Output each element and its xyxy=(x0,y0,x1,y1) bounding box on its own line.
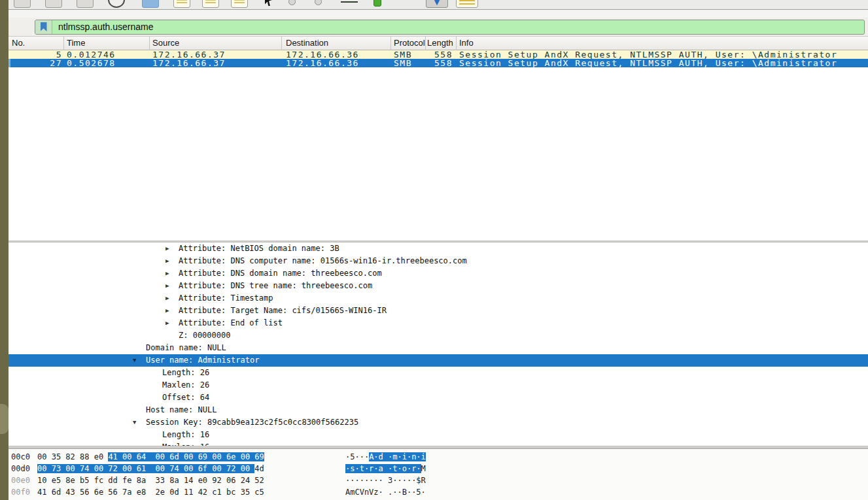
column-header-no[interactable]: No. xyxy=(12,38,25,48)
column-separator[interactable] xyxy=(425,37,426,50)
packet-details-pane: ▶Attribute: NetBIOS domain name: 3B▶Attr… xyxy=(9,242,868,446)
detail-tree-row[interactable]: Length: 16 xyxy=(9,429,868,441)
hex-bytes[interactable]: 00 35 82 88 e0 41 00 64 00 6d 00 69 00 6… xyxy=(37,451,264,463)
detail-tree-row[interactable]: ▶Attribute: Timestamp xyxy=(9,292,868,305)
detail-tree-row[interactable]: ▶Attribute: NetBIOS domain name: 3B xyxy=(9,242,868,255)
packet-details-icon[interactable] xyxy=(202,0,219,8)
detail-tree-row[interactable]: ▼Session Key: 89cabb9ea123c2f5c0cc8300f5… xyxy=(9,416,868,429)
go-forward-icon[interactable] xyxy=(315,0,322,5)
column-header-info[interactable]: Info xyxy=(459,38,474,48)
filter-bookmark-button[interactable] xyxy=(35,20,52,34)
dock-handle[interactable] xyxy=(0,404,9,434)
colorize-icon[interactable] xyxy=(456,0,478,8)
auto-scroll-icon[interactable]: ▼ xyxy=(426,0,448,8)
pointer-icon[interactable] xyxy=(260,0,277,8)
hex-row[interactable]: 00f041 6d 43 56 6e 56 7a e8 2e 0d 11 42 … xyxy=(9,486,868,498)
detail-tree-label: Z: 00000000 xyxy=(179,329,230,342)
hex-ascii[interactable]: ·s·t·r·a ·t·o·r·M xyxy=(345,463,426,475)
packet-list-icon[interactable] xyxy=(173,0,190,8)
detail-tree-label: Attribute: DNS tree name: threebeesco.co… xyxy=(179,280,372,292)
column-header-time[interactable]: Time xyxy=(67,38,85,48)
collapsed-arrow-icon[interactable]: ▶ xyxy=(165,317,169,329)
column-separator[interactable] xyxy=(391,37,391,50)
collapsed-arrow-icon[interactable]: ▶ xyxy=(165,305,169,317)
collapsed-arrow-icon[interactable]: ▶ xyxy=(165,255,169,267)
hex-row[interactable]: 00c000 35 82 88 e0 41 00 64 00 6d 00 69 … xyxy=(9,451,868,463)
detail-tree-label: Attribute: DNS computer name: 01566s-win… xyxy=(179,255,467,267)
column-separator[interactable] xyxy=(149,37,150,50)
column-separator[interactable] xyxy=(63,37,64,50)
detail-tree-label: Length: 26 xyxy=(162,367,209,379)
detail-tree-row[interactable]: ▶Attribute: DNS computer name: 01566s-wi… xyxy=(9,255,868,267)
go-to-top-icon[interactable] xyxy=(398,0,415,8)
detail-tree-row[interactable]: Offset: 64 xyxy=(9,392,868,404)
column-header-length[interactable]: Length xyxy=(427,38,455,48)
hex-row[interactable]: 00d000 73 00 74 00 72 00 61 00 74 00 6f … xyxy=(9,463,868,475)
packet-cell: 27 xyxy=(9,59,62,67)
go-to-packet-icon[interactable] xyxy=(341,0,358,8)
packet-list-pane: No.TimeSourceDestinationProtocolLengthIn… xyxy=(9,37,868,241)
column-header-source[interactable]: Source xyxy=(152,38,179,48)
hex-offset: 00c0 xyxy=(11,451,30,463)
packet-cell: 558 xyxy=(401,59,453,67)
detail-tree-row[interactable]: ▼User name: Administrator xyxy=(9,354,868,367)
column-header-destination[interactable]: Destination xyxy=(286,38,328,48)
expanded-arrow-icon[interactable]: ▼ xyxy=(133,354,136,367)
detail-tree-row[interactable]: ▶Attribute: End of list xyxy=(9,317,868,329)
display-filter-input[interactable]: ntlmssp.auth.username xyxy=(35,20,865,35)
detail-tree-row[interactable]: ▶Attribute: Target Name: cifs/01566S-WIN… xyxy=(9,305,868,317)
packet-bytes-pane: 00c000 35 82 88 e0 41 00 64 00 6d 00 69 … xyxy=(9,448,868,500)
collapsed-arrow-icon[interactable]: ▶ xyxy=(165,280,169,292)
packet-cell: 172.16.66.37 xyxy=(152,59,226,67)
save-capture-icon[interactable] xyxy=(45,0,62,8)
detail-tree-row[interactable]: ▶Attribute: DNS tree name: threebeesco.c… xyxy=(9,280,868,292)
toolbar-lower-strip xyxy=(9,10,868,18)
packet-cell: 0.502678 xyxy=(67,59,116,67)
display-filter-value[interactable]: ntlmssp.auth.username xyxy=(58,22,154,32)
hex-ascii[interactable]: AmCVnVz· .··B··5· xyxy=(345,486,426,498)
detail-tree-label: Session Key: 89cabb9ea123c2f5c0cc8300f56… xyxy=(146,416,358,429)
hex-bytes[interactable]: 41 6d 43 56 6e 56 7a e8 2e 0d 11 42 c1 b… xyxy=(37,486,264,498)
packet-list-header: No.TimeSourceDestinationProtocolLengthIn… xyxy=(9,37,868,50)
marker-icon[interactable] xyxy=(373,0,381,7)
detail-tree-row[interactable]: Domain name: NULL xyxy=(9,342,868,354)
go-back-icon[interactable] xyxy=(288,0,296,5)
column-separator[interactable] xyxy=(281,37,282,50)
packet-row[interactable]: 270.502678172.16.66.37172.16.66.36SMB558… xyxy=(9,59,868,67)
detail-tree-label: Attribute: End of list xyxy=(179,317,283,329)
hex-bytes[interactable]: 00 73 00 74 00 72 00 61 00 74 00 6f 00 7… xyxy=(37,463,264,475)
detail-tree-label: Attribute: Timestamp xyxy=(179,292,273,305)
hex-offset: 00f0 xyxy=(11,486,30,498)
detail-tree-row[interactable]: Host name: NULL xyxy=(9,404,868,416)
reload-capture-icon[interactable] xyxy=(108,0,125,8)
column-separator[interactable] xyxy=(456,37,457,50)
toolbar: ▼ xyxy=(9,0,868,10)
desktop-edge-strip xyxy=(0,0,9,500)
find-packet-icon[interactable] xyxy=(142,0,159,8)
hex-bytes[interactable]: 10 e5 8e b5 fc dd fe 8a 33 8a 14 e0 92 0… xyxy=(37,475,264,486)
hex-offset: 00e0 xyxy=(11,475,30,486)
detail-tree-row[interactable]: Maxlen: 16 xyxy=(9,441,868,446)
hex-ascii[interactable]: ·5···A·d ·m·i·n·i xyxy=(345,451,426,463)
collapsed-arrow-icon[interactable]: ▶ xyxy=(165,292,169,305)
detail-tree-row[interactable]: Z: 00000000 xyxy=(9,329,868,342)
hex-ascii[interactable]: ········ 3·····$R xyxy=(345,475,426,486)
wireshark-window: ▼ ntlmssp.auth.username No.TimeSourceDes… xyxy=(9,0,868,500)
collapsed-arrow-icon[interactable]: ▶ xyxy=(165,267,169,280)
detail-tree-label: Length: 16 xyxy=(162,429,209,441)
detail-tree-row[interactable]: Length: 26 xyxy=(9,367,868,379)
filter-bar: ntlmssp.auth.username xyxy=(9,18,868,37)
packet-bytes-icon[interactable] xyxy=(231,0,248,8)
bookmark-icon xyxy=(41,22,47,31)
detail-tree-row[interactable]: Maxlen: 26 xyxy=(9,379,868,392)
open-capture-icon[interactable] xyxy=(14,0,31,8)
expanded-arrow-icon[interactable]: ▼ xyxy=(133,416,136,429)
collapsed-arrow-icon[interactable]: ▶ xyxy=(165,242,169,255)
column-header-protocol[interactable]: Protocol xyxy=(394,38,425,48)
packet-cell: 172.16.66.36 xyxy=(286,59,359,67)
detail-tree-row[interactable]: ▶Attribute: DNS domain name: threebeesco… xyxy=(9,267,868,280)
packet-cell: Session Setup AndX Request, NTLMSSP_AUTH… xyxy=(459,59,837,67)
selected-row-notch xyxy=(9,59,10,67)
hex-row[interactable]: 00e010 e5 8e b5 fc dd fe 8a 33 8a 14 e0 … xyxy=(9,475,868,486)
close-capture-icon[interactable] xyxy=(77,0,94,8)
